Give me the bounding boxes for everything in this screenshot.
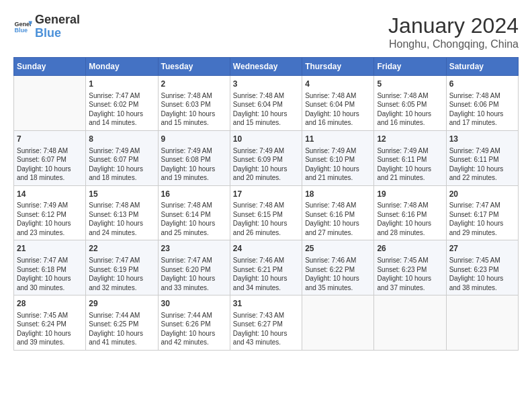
logo-text-line2: Blue	[35, 27, 80, 40]
day-info: Sunrise: 7:49 AMSunset: 6:10 PMDaylight:…	[305, 146, 371, 183]
day-cell: 9Sunrise: 7:49 AMSunset: 6:08 PMDaylight…	[158, 130, 230, 185]
month-title: January 2024	[388, 13, 519, 38]
header-cell-friday: Friday	[374, 58, 446, 76]
day-number: 27	[449, 243, 515, 255]
day-info: Sunrise: 7:49 AMSunset: 6:09 PMDaylight:…	[233, 146, 299, 183]
calendar-header: SundayMondayTuesdayWednesdayThursdayFrid…	[14, 58, 519, 76]
day-cell: 8Sunrise: 7:49 AMSunset: 6:07 PMDaylight…	[86, 130, 158, 185]
day-number: 28	[17, 298, 83, 310]
day-info: Sunrise: 7:49 AMSunset: 6:12 PMDaylight:…	[17, 201, 83, 237]
day-info: Sunrise: 7:48 AMSunset: 6:13 PMDaylight:…	[89, 201, 154, 237]
day-info: Sunrise: 7:49 AMSunset: 6:11 PMDaylight:…	[377, 146, 443, 183]
week-row-4: 21Sunrise: 7:47 AMSunset: 6:18 PMDayligh…	[14, 240, 519, 295]
location-title: Honghu, Chongqing, China	[388, 38, 519, 50]
day-cell: 27Sunrise: 7:45 AMSunset: 6:23 PMDayligh…	[446, 240, 518, 295]
day-info: Sunrise: 7:48 AMSunset: 6:05 PMDaylight:…	[377, 91, 443, 128]
logo-icon: General Blue	[13, 17, 32, 36]
day-cell: 7Sunrise: 7:48 AMSunset: 6:07 PMDaylight…	[14, 130, 86, 185]
day-number: 31	[233, 298, 299, 310]
day-number: 19	[377, 189, 443, 200]
day-info: Sunrise: 7:47 AMSunset: 6:02 PMDaylight:…	[89, 91, 154, 128]
day-number: 5	[377, 79, 443, 90]
day-cell	[14, 76, 86, 131]
day-cell	[446, 295, 518, 351]
day-number: 12	[377, 134, 443, 145]
title-block: January 2024 Honghu, Chongqing, China	[388, 13, 519, 50]
day-info: Sunrise: 7:47 AMSunset: 6:17 PMDaylight:…	[449, 201, 515, 237]
day-cell: 18Sunrise: 7:48 AMSunset: 6:16 PMDayligh…	[302, 185, 374, 240]
day-cell: 21Sunrise: 7:47 AMSunset: 6:18 PMDayligh…	[14, 240, 86, 295]
day-number: 30	[161, 298, 227, 310]
day-info: Sunrise: 7:48 AMSunset: 6:06 PMDaylight:…	[449, 91, 515, 128]
day-info: Sunrise: 7:47 AMSunset: 6:18 PMDaylight:…	[17, 256, 83, 292]
day-number: 21	[17, 243, 83, 255]
week-row-3: 14Sunrise: 7:49 AMSunset: 6:12 PMDayligh…	[14, 185, 519, 240]
day-number: 29	[89, 298, 154, 310]
calendar-table: SundayMondayTuesdayWednesdayThursdayFrid…	[13, 57, 519, 351]
logo-text-line1: General	[35, 13, 80, 27]
day-info: Sunrise: 7:48 AMSunset: 6:03 PMDaylight:…	[161, 91, 227, 128]
day-number: 6	[449, 79, 515, 90]
day-number: 22	[89, 243, 154, 255]
day-info: Sunrise: 7:49 AMSunset: 6:11 PMDaylight:…	[449, 146, 515, 183]
day-number: 7	[17, 134, 83, 145]
day-cell: 14Sunrise: 7:49 AMSunset: 6:12 PMDayligh…	[14, 185, 86, 240]
day-info: Sunrise: 7:44 AMSunset: 6:25 PMDaylight:…	[89, 311, 154, 347]
day-number: 13	[449, 134, 515, 145]
day-cell: 28Sunrise: 7:45 AMSunset: 6:24 PMDayligh…	[14, 295, 86, 351]
day-cell: 24Sunrise: 7:46 AMSunset: 6:21 PMDayligh…	[230, 240, 302, 295]
day-number: 17	[233, 189, 299, 200]
day-number: 23	[161, 243, 227, 255]
week-row-5: 28Sunrise: 7:45 AMSunset: 6:24 PMDayligh…	[14, 295, 519, 351]
day-cell: 26Sunrise: 7:45 AMSunset: 6:23 PMDayligh…	[374, 240, 446, 295]
day-cell: 10Sunrise: 7:49 AMSunset: 6:09 PMDayligh…	[230, 130, 302, 185]
day-info: Sunrise: 7:49 AMSunset: 6:08 PMDaylight:…	[161, 146, 227, 183]
header-cell-saturday: Saturday	[446, 58, 518, 76]
page-header: General Blue General Blue January 2024 H…	[13, 13, 519, 50]
day-number: 16	[161, 189, 227, 200]
day-info: Sunrise: 7:47 AMSunset: 6:19 PMDaylight:…	[89, 256, 154, 292]
day-cell: 16Sunrise: 7:48 AMSunset: 6:14 PMDayligh…	[158, 185, 230, 240]
day-cell: 17Sunrise: 7:48 AMSunset: 6:15 PMDayligh…	[230, 185, 302, 240]
day-info: Sunrise: 7:48 AMSunset: 6:07 PMDaylight:…	[17, 146, 83, 183]
day-number: 1	[89, 79, 154, 90]
day-number: 8	[89, 134, 154, 145]
day-number: 9	[161, 134, 227, 145]
day-info: Sunrise: 7:49 AMSunset: 6:07 PMDaylight:…	[89, 146, 154, 183]
day-number: 10	[233, 134, 299, 145]
day-cell: 12Sunrise: 7:49 AMSunset: 6:11 PMDayligh…	[374, 130, 446, 185]
day-number: 14	[17, 189, 83, 200]
svg-text:Blue: Blue	[14, 27, 28, 34]
week-row-2: 7Sunrise: 7:48 AMSunset: 6:07 PMDaylight…	[14, 130, 519, 185]
day-info: Sunrise: 7:47 AMSunset: 6:20 PMDaylight:…	[161, 256, 227, 292]
day-cell: 6Sunrise: 7:48 AMSunset: 6:06 PMDaylight…	[446, 76, 518, 131]
day-cell	[302, 295, 374, 351]
day-info: Sunrise: 7:45 AMSunset: 6:23 PMDaylight:…	[449, 256, 515, 292]
day-info: Sunrise: 7:44 AMSunset: 6:26 PMDaylight:…	[161, 311, 227, 347]
day-cell: 30Sunrise: 7:44 AMSunset: 6:26 PMDayligh…	[158, 295, 230, 351]
day-info: Sunrise: 7:48 AMSunset: 6:15 PMDaylight:…	[233, 201, 299, 237]
day-number: 18	[305, 189, 371, 200]
day-cell: 23Sunrise: 7:47 AMSunset: 6:20 PMDayligh…	[158, 240, 230, 295]
day-number: 15	[89, 189, 154, 200]
day-number: 26	[377, 243, 443, 255]
day-cell: 31Sunrise: 7:43 AMSunset: 6:27 PMDayligh…	[230, 295, 302, 351]
day-cell: 11Sunrise: 7:49 AMSunset: 6:10 PMDayligh…	[302, 130, 374, 185]
logo: General Blue General Blue	[13, 13, 80, 40]
day-cell: 2Sunrise: 7:48 AMSunset: 6:03 PMDaylight…	[158, 76, 230, 131]
day-number: 2	[161, 79, 227, 90]
day-cell: 1Sunrise: 7:47 AMSunset: 6:02 PMDaylight…	[86, 76, 158, 131]
header-cell-sunday: Sunday	[14, 58, 86, 76]
day-info: Sunrise: 7:43 AMSunset: 6:27 PMDaylight:…	[233, 311, 299, 347]
day-info: Sunrise: 7:45 AMSunset: 6:24 PMDaylight:…	[17, 311, 83, 347]
day-cell	[374, 295, 446, 351]
header-row: SundayMondayTuesdayWednesdayThursdayFrid…	[14, 58, 519, 76]
calendar-body: 1Sunrise: 7:47 AMSunset: 6:02 PMDaylight…	[14, 76, 519, 351]
header-cell-wednesday: Wednesday	[230, 58, 302, 76]
day-cell: 22Sunrise: 7:47 AMSunset: 6:19 PMDayligh…	[86, 240, 158, 295]
day-info: Sunrise: 7:46 AMSunset: 6:22 PMDaylight:…	[305, 256, 371, 292]
day-info: Sunrise: 7:46 AMSunset: 6:21 PMDaylight:…	[233, 256, 299, 292]
day-info: Sunrise: 7:45 AMSunset: 6:23 PMDaylight:…	[377, 256, 443, 292]
day-number: 11	[305, 134, 371, 145]
day-cell: 5Sunrise: 7:48 AMSunset: 6:05 PMDaylight…	[374, 76, 446, 131]
